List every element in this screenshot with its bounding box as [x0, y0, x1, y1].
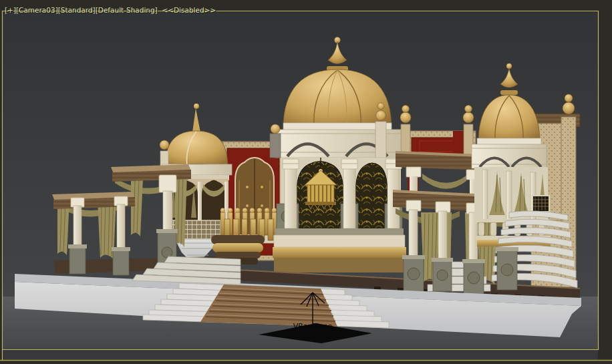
viewport-canvas[interactable]	[0, 0, 612, 364]
stone-pedestals	[496, 247, 518, 290]
vrayplane-label[interactable]: VRayPlane	[281, 322, 345, 331]
viewport-label[interactable]: [+][Camera03][Standard][Default-Shading]…	[5, 6, 216, 14]
carved-arch-panel	[355, 163, 388, 230]
stone-pedestals	[402, 255, 485, 294]
max-viewport-window: [+][Camera03][Standard][Default-Shading]…	[0, 0, 612, 364]
